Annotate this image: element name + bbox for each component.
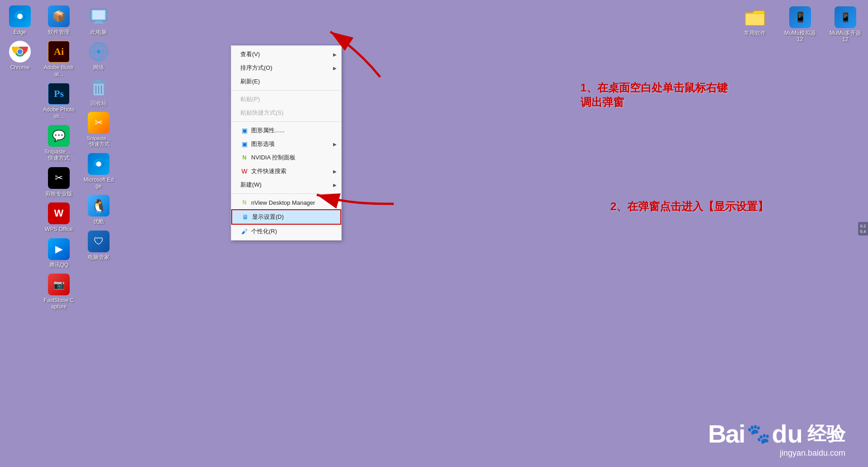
menu-arrow-filesearch: ▶ (333, 169, 337, 174)
menu-separator-3 (231, 193, 341, 194)
desktop-icon-changyong[interactable]: 常用软件 (737, 5, 773, 38)
desktop-icon-mumumulti[interactable]: 📱 MuMu多开器12 (827, 5, 863, 45)
baidu-text: Bai (708, 419, 744, 448)
annotation-1: 1、在桌面空白处单击鼠标右键 调出弹窗 (581, 68, 728, 110)
desktop-icon-network[interactable]: 网络 (81, 39, 117, 72)
desktop-icon-youku-label: 腾讯QQ (49, 262, 69, 268)
scroll-value-1: 0.2 (860, 224, 866, 228)
desktop-icon-network-label: 网络 (93, 64, 104, 71)
menu-item-refresh[interactable]: 刷新(E) (231, 75, 341, 88)
desktop-icon-msedge-label: Microsoft Edge (82, 177, 115, 190)
desktop (0, 0, 868, 467)
desktop-icon-ps[interactable]: Ps Adobe Photosh... (41, 81, 77, 121)
desktop-icon-changyong-label: 常用软件 (744, 30, 766, 36)
desktop-icons-column1: Edge Chrome (2, 4, 38, 73)
desktop-icon-faststone-label: FastStone Capture (43, 297, 75, 310)
menu-item-graphics-opts[interactable]: ▣ ▶ 图形选项 (231, 137, 341, 151)
svg-rect-5 (92, 10, 105, 19)
context-menu: ▶ 查看(V) ▶ 排序方式(O) 刷新(E) 粘贴(P) 粘贴快捷方式(S) … (231, 45, 342, 241)
svg-rect-16 (96, 79, 101, 82)
menu-item-display-settings[interactable]: 🖥 显示设置(D) (231, 209, 341, 225)
menu-item-graphics-props[interactable]: ▣ 图形属性...... (231, 124, 341, 137)
svg-point-3 (18, 49, 23, 54)
baidu-jingyan-text: 经验 (807, 421, 845, 447)
annotation-2: 2、在弹窗点击进入【显示设置】 (610, 199, 768, 214)
svg-rect-20 (745, 14, 764, 25)
svg-rect-7 (93, 23, 104, 24)
desktop-icon-qq[interactable]: 🐧 优酷 (81, 193, 117, 226)
desktop-icon-jianying[interactable]: ✂ 剪映专业版 (41, 165, 77, 199)
desktop-icon-ps-label: Adobe Photosh... (43, 106, 75, 120)
menu-item-personalize[interactable]: 🖌 个性化(R) (231, 225, 341, 238)
scroll-indicator[interactable]: 0.2 5.4 (858, 222, 868, 236)
desktop-icon-softmgr[interactable]: 📦 软件管理 (41, 4, 77, 37)
desktop-icon-mumu12-label: MuMu模拟器12 (784, 30, 816, 43)
menu-arrow-sort: ▶ (333, 66, 337, 71)
menu-separator-1 (231, 90, 341, 91)
personalize-icon: 🖌 (240, 227, 248, 236)
desktop-icon-jianying-label: 剪映专业版 (45, 191, 72, 197)
file-search-icon: W (240, 167, 248, 175)
menu-item-file-search[interactable]: W ▶ 文件快速搜索 (231, 164, 341, 178)
scroll-value-2: 5.4 (860, 229, 866, 234)
desktop-icon-wps[interactable]: W WPS Office (41, 201, 77, 234)
baidu-paw-icon: 🐾 (747, 423, 770, 445)
nvidia-icon: N (240, 154, 248, 162)
desktop-icon-chrome-label: Chrome (10, 64, 30, 71)
top-right-icons: 常用软件 📱 MuMu模拟器12 📱 MuMu多开器12 (737, 5, 863, 45)
desktop-icon-msedge[interactable]: Microsoft Edge (81, 151, 117, 192)
baidu-logo-row: Bai 🐾 du 经验 (708, 419, 845, 448)
svg-point-13 (97, 50, 100, 53)
menu-item-view[interactable]: ▶ 查看(V) (231, 48, 341, 61)
desktop-icon-wechat[interactable]: 💬 Snipaste... · 快速方式 (41, 123, 77, 164)
menu-item-new[interactable]: ▶ 新建(W) (231, 178, 341, 192)
desktop-icon-ai[interactable]: Ai Adobe Illustrat... (41, 39, 77, 79)
desktop-icon-recycle[interactable]: 回收站 (81, 75, 117, 108)
desktop-icon-pcmgr-label: 电脑管家 (88, 254, 110, 260)
desktop-icon-thispc[interactable]: 此电脑 (81, 4, 117, 37)
graphics-props-icon: ▣ (240, 126, 248, 135)
nview-icon: N (240, 198, 248, 207)
menu-arrow-new: ▶ (333, 183, 337, 188)
menu-item-paste[interactable]: 粘贴(P) (231, 92, 341, 106)
desktop-icon-snipaste[interactable]: ✂ Snipaste...·快速方式 (81, 110, 117, 149)
desktop-icon-snipaste-label: Snipaste...·快速方式 (87, 135, 110, 147)
desktop-icon-softmgr-label: 软件管理 (48, 29, 70, 35)
menu-item-paste-shortcut[interactable]: 粘贴快捷方式(S) (231, 106, 341, 120)
menu-separator-2 (231, 121, 341, 122)
desktop-icon-recycle-label: 回收站 (91, 100, 107, 106)
display-settings-icon: 🖥 (241, 213, 249, 221)
desktop-icons-column2: 📦 软件管理 Ai Adobe Illustrat... Ps Adobe Ph… (41, 4, 77, 312)
menu-item-nvidia[interactable]: N NVIDIA 控制面板 (231, 151, 341, 164)
desktop-icon-edge-label: Edge (14, 29, 26, 35)
baidu-url: jingyan.baidu.com (708, 448, 845, 458)
desktop-icon-thispc-label: 此电脑 (91, 29, 107, 35)
graphics-opts-icon: ▣ (240, 140, 248, 148)
desktop-icon-chrome[interactable]: Chrome (2, 39, 38, 72)
desktop-icon-youku[interactable]: ▶ 腾讯QQ (41, 236, 77, 270)
menu-arrow-graphics: ▶ (333, 142, 337, 147)
desktop-icon-mumu12[interactable]: 📱 MuMu模拟器12 (782, 5, 818, 45)
desktop-icon-mumumulti-label: MuMu多开器12 (829, 30, 862, 43)
desktop-icon-qq-label: 优酷 (93, 218, 104, 225)
menu-item-nview[interactable]: N nView Desktop Manager (231, 196, 341, 209)
desktop-icon-pcmgr[interactable]: 🛡 电脑管家 (81, 229, 117, 262)
baidu-watermark: Bai 🐾 du 经验 jingyan.baidu.com (708, 419, 845, 458)
menu-arrow-view: ▶ (333, 52, 337, 57)
desktop-icon-edge[interactable]: Edge (2, 4, 38, 37)
desktop-icons-column3: 此电脑 网络 回收站 (81, 4, 117, 262)
baidu-du-text: du (772, 419, 803, 448)
desktop-icon-wps-label: WPS Office (45, 226, 73, 232)
desktop-icon-faststone[interactable]: 📷 FastStone Capture (41, 272, 77, 312)
svg-rect-15 (91, 82, 106, 84)
desktop-icon-ai-label: Adobe Illustrat... (43, 64, 75, 77)
desktop-icon-wechat-label: Snipaste... · 快速方式 (43, 149, 75, 162)
menu-item-sort[interactable]: ▶ 排序方式(O) (231, 61, 341, 75)
svg-rect-6 (95, 21, 102, 23)
